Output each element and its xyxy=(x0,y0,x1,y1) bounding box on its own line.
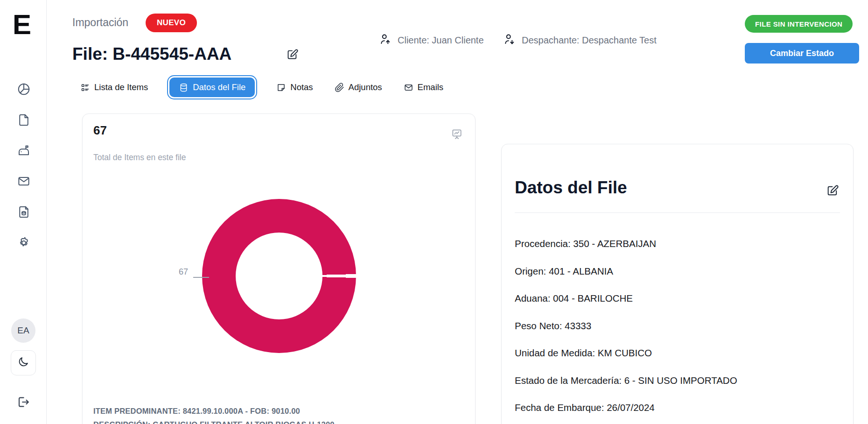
edit-file-data-icon[interactable] xyxy=(826,184,839,197)
donut-data-label: 67 xyxy=(179,267,188,277)
mailbox-icon[interactable] xyxy=(17,144,31,158)
file-data-card: Datos del File Procedencia: 350 - AZERBA… xyxy=(501,144,854,424)
gear-icon[interactable] xyxy=(17,236,31,250)
predominant-item-stats: ITEM PREDOMINANTE: 8421.99.10.000A - FOB… xyxy=(93,404,335,424)
user-avatar[interactable]: EA xyxy=(11,318,35,343)
page-title: File: B-445545-AAA xyxy=(72,44,231,64)
moon-icon xyxy=(17,356,29,370)
user-up-icon xyxy=(379,33,392,48)
field-procedencia: Procedencia: 350 - AZERBAIJAN xyxy=(515,230,840,258)
monitor-chart-icon[interactable] xyxy=(451,128,463,140)
breadcrumb: Importación xyxy=(72,16,128,29)
file-icon[interactable] xyxy=(17,113,31,127)
field-origen: Origen: 401 - ALBANIA xyxy=(515,258,840,285)
donut-chart[interactable] xyxy=(202,199,356,353)
field-fecha-embarque: Fecha de Embarque: 26/07/2024 xyxy=(515,394,840,422)
file-card-title: Datos del File xyxy=(515,178,627,198)
app-logo[interactable]: E xyxy=(13,8,30,41)
mail-icon[interactable] xyxy=(17,174,31,188)
sidebar: E EA xyxy=(0,0,47,424)
items-total: 67 xyxy=(93,123,107,138)
change-state-button[interactable]: Cambiar Estado xyxy=(745,43,859,64)
file-database-icon[interactable] xyxy=(17,205,31,219)
app-window: E EA Importación NUEVO File xyxy=(0,0,868,424)
donut-leader-line xyxy=(193,277,209,278)
edit-file-title-icon[interactable] xyxy=(286,48,299,61)
list-icon xyxy=(80,83,90,92)
tab-emails[interactable]: Emails xyxy=(404,82,444,92)
tab-bar: Lista de Items Datos del File Notas Adju… xyxy=(80,76,443,99)
client-label: Cliente: Juan Cliente xyxy=(398,35,484,46)
status-badge: NUEVO xyxy=(146,14,197,32)
field-unidad-medida: Unidad de Medida: KM CUBICO xyxy=(515,339,840,367)
pie-chart-icon[interactable] xyxy=(17,82,31,96)
item-description-line: DESCRIPCIÓN: CARTUCHO FILTRANTE ALTOIR B… xyxy=(93,418,335,424)
dark-mode-toggle[interactable] xyxy=(11,350,36,375)
database-icon xyxy=(179,83,189,92)
broker-label: Despachante: Despachante Test xyxy=(522,35,657,46)
user-down-icon xyxy=(503,33,516,48)
tab-lista-de-items[interactable]: Lista de Items xyxy=(80,82,148,92)
field-aduana: Aduana: 004 - BARILOCHE xyxy=(515,285,840,312)
file-fields-list: Procedencia: 350 - AZERBAIJAN Origen: 40… xyxy=(515,230,840,422)
broker-info: Despachante: Despachante Test xyxy=(503,33,657,48)
envelope-icon xyxy=(404,83,413,92)
tab-notas[interactable]: Notas xyxy=(276,82,313,92)
client-info: Cliente: Juan Cliente xyxy=(379,33,484,48)
paperclip-icon xyxy=(335,83,344,92)
tab-adjuntos[interactable]: Adjuntos xyxy=(335,82,382,92)
note-icon xyxy=(276,83,286,92)
logout-icon[interactable] xyxy=(16,395,30,409)
field-estado-mercaderia: Estado de la Mercadería: 6 - SIN USO IMP… xyxy=(515,367,840,395)
items-subtitle: Total de Items en este file xyxy=(93,153,186,163)
donut-hole xyxy=(236,233,322,319)
tab-datos-del-file[interactable]: Datos del File xyxy=(169,78,255,97)
predominant-item-line: ITEM PREDOMINANTE: 8421.99.10.000A - FOB… xyxy=(93,404,335,418)
items-summary-card: 67 Total de Items en este file 67 ITEM P… xyxy=(82,113,476,424)
intervention-badge: FILE SIN INTERVENCION xyxy=(745,15,853,33)
divider xyxy=(515,212,840,213)
field-peso-neto: Peso Neto: 43333 xyxy=(515,312,840,340)
